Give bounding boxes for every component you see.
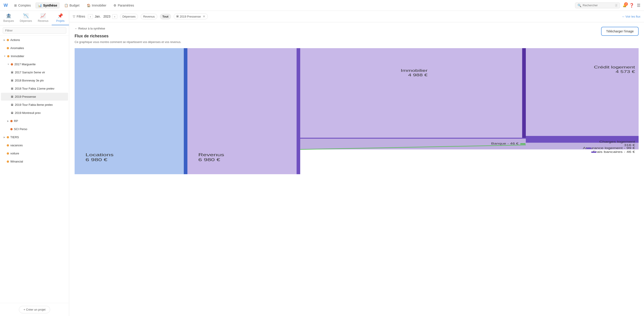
search-box[interactable]: 🔍 / bbox=[575, 3, 620, 8]
notifications-button[interactable]: 🔔 2 bbox=[623, 4, 626, 7]
search-shortcut: / bbox=[615, 4, 618, 7]
building-icon: 🏛 bbox=[11, 71, 14, 74]
svg-text:4 988 €: 4 988 € bbox=[408, 73, 428, 77]
back-link[interactable]: ← Retour à la synthèse bbox=[74, 27, 638, 30]
nav-parametres[interactable]: ⚙ Paramètres bbox=[111, 2, 136, 9]
download-button[interactable]: Télécharger l'image bbox=[601, 27, 638, 36]
expand-icon[interactable]: ▼ bbox=[4, 55, 6, 57]
building-icon: 🏛 bbox=[11, 103, 14, 106]
svg-text:Charges logement: Charges logement bbox=[599, 140, 635, 143]
sidebar-item-actions[interactable]: ▶ Actions ⋮ bbox=[1, 36, 68, 44]
nav-comptes[interactable]: ⊞ Comptes bbox=[12, 2, 34, 9]
nav-budget[interactable]: 📋 Budget bbox=[62, 2, 82, 9]
color-dot bbox=[7, 55, 10, 57]
sidebar-item-sarrazin[interactable]: 🏛 2017 Sarrazin 5eme vir ⋮ bbox=[1, 68, 68, 76]
expand-icon[interactable]: ▶ bbox=[4, 39, 6, 41]
period-nav: ‹ Jan. 2023 › bbox=[88, 14, 117, 19]
sidebar: 🏦 Banques 📉 Dépenses 📈 Revenus 📌 Projets bbox=[0, 11, 69, 316]
nav-synthese[interactable]: 📊 Synthèse bbox=[35, 2, 60, 9]
filter-bar: ▽ Filtres ‹ Jan. 2023 › Dépenses Revenus… bbox=[69, 11, 644, 22]
page-desc: Ce graphique vous montre comment se répa… bbox=[74, 40, 638, 44]
color-dot bbox=[10, 120, 12, 122]
svg-text:6 980 €: 6 980 € bbox=[86, 157, 108, 162]
chip-tout[interactable]: Tout bbox=[160, 14, 171, 19]
sankey-chart: Locations 6 980 € Revenus 6 980 € Immobi… bbox=[74, 48, 638, 174]
revenus-tab-icon: 📈 bbox=[40, 13, 46, 19]
comptes-icon: ⊞ bbox=[14, 4, 17, 7]
search-input[interactable] bbox=[583, 4, 614, 7]
svg-text:Locations: Locations bbox=[86, 152, 114, 157]
svg-text:Immobilier: Immobilier bbox=[401, 69, 428, 73]
color-dot bbox=[11, 63, 13, 66]
sidebar-item-rp[interactable]: ▶ RP ⋮ bbox=[1, 117, 68, 125]
search-icon: 🔍 bbox=[578, 4, 581, 7]
filter-input[interactable] bbox=[3, 27, 66, 34]
tab-revenus[interactable]: 📈 Revenus bbox=[34, 11, 52, 25]
svg-text:Revenus: Revenus bbox=[198, 152, 224, 157]
building-icon: 🏛 bbox=[11, 79, 14, 82]
sidebar-item-marguerite[interactable]: ▼ 2017 Marguerite ⋮ bbox=[1, 60, 68, 68]
sidebar-item-winancial[interactable]: Winancial ⋮ bbox=[1, 157, 68, 166]
sidebar-item-bonnevay[interactable]: 🏛 2018 Bonnevay 3e plv ⋮ bbox=[1, 77, 68, 84]
tab-projets[interactable]: 📌 Projets bbox=[52, 11, 69, 25]
chip-pressense[interactable]: 🏛 2019 Pressense ✕ bbox=[174, 14, 208, 19]
expand-icon[interactable]: ▶ bbox=[4, 136, 6, 138]
prev-period-button[interactable]: ‹ bbox=[88, 14, 93, 19]
sankey-svg: Locations 6 980 € Revenus 6 980 € Immobi… bbox=[74, 48, 638, 174]
svg-text:Banque - 46 €: Banque - 46 € bbox=[491, 142, 518, 145]
building-icon: 🏛 bbox=[11, 87, 14, 90]
color-dot bbox=[7, 144, 9, 146]
period-year: 2023 bbox=[103, 15, 110, 18]
sidebar-item-anomalies[interactable]: Anomalies ⋮ bbox=[1, 44, 68, 52]
next-period-button[interactable]: › bbox=[112, 14, 117, 19]
synthese-icon: 📊 bbox=[38, 4, 42, 7]
filter-label: ▽ Filtres bbox=[73, 15, 85, 18]
svg-rect-27 bbox=[591, 151, 596, 153]
sidebar-list: ▶ Actions ⋮ Anomalies ⋮ ▼ Immobilier ⋮ ▼ bbox=[0, 36, 69, 303]
svg-rect-5 bbox=[522, 48, 526, 138]
svg-rect-23 bbox=[520, 143, 526, 144]
sidebar-item-tour-fabia-2018[interactable]: 🏛 2018 Tour Fabia 11eme prelev ⋮ bbox=[1, 85, 68, 92]
svg-rect-6 bbox=[526, 48, 638, 136]
sidebar-item-voiture[interactable]: voiture ⋮ bbox=[1, 149, 68, 157]
immobilier-icon: 🏠 bbox=[87, 4, 90, 7]
chip-depenses[interactable]: Dépenses bbox=[120, 14, 138, 19]
color-dot bbox=[10, 128, 12, 130]
svg-rect-4 bbox=[300, 48, 526, 138]
expand-icon[interactable]: ▼ bbox=[7, 63, 10, 66]
sidebar-item-tiers[interactable]: ▶ TIERS ⋮ bbox=[1, 133, 68, 141]
banques-icon: 🏦 bbox=[6, 13, 12, 19]
building-icon: 🏛 bbox=[11, 111, 14, 115]
expand-icon[interactable]: ▶ bbox=[7, 120, 9, 122]
create-project: + Créer un projet bbox=[0, 303, 69, 316]
tab-depenses[interactable]: 📉 Dépenses bbox=[17, 11, 34, 25]
create-project-button[interactable]: + Créer un projet bbox=[19, 306, 50, 313]
notification-badge: 2 bbox=[624, 2, 628, 6]
filter-icon: ▽ bbox=[73, 15, 75, 18]
tab-banques[interactable]: 🏦 Banques bbox=[0, 11, 17, 25]
sidebar-item-tour-fabia-2019[interactable]: 🏛 2019 Tour Fabia 8eme prelev ⋮ bbox=[1, 101, 68, 109]
sidebar-item-vacances[interactable]: vacances ⋮ bbox=[1, 141, 68, 149]
menu-button[interactable]: ☰ bbox=[637, 3, 640, 8]
sidebar-item-montreuil[interactable]: 🏛 2019 Montreuil prev ⋮ bbox=[1, 109, 68, 117]
sidebar-item-pressense[interactable]: 🏛 2019 Pressense ⋮ bbox=[1, 93, 68, 101]
page-content: ← Retour à la synthèse Télécharger l'ima… bbox=[69, 22, 644, 316]
voir-flux-button[interactable]: ↔ Voir les flux bbox=[622, 15, 640, 18]
svg-rect-1 bbox=[184, 48, 188, 174]
color-dot bbox=[7, 152, 9, 155]
period-month: Jan. bbox=[95, 15, 101, 18]
budget-icon: 📋 bbox=[64, 4, 68, 7]
content-area: ▽ Filtres ‹ Jan. 2023 › Dépenses Revenus… bbox=[69, 11, 644, 316]
logo[interactable]: W bbox=[4, 3, 8, 8]
color-dot bbox=[7, 47, 9, 49]
sidebar-item-immobilier[interactable]: ▼ Immobilier ⋮ bbox=[1, 52, 68, 60]
chip-revenus[interactable]: Revenus bbox=[141, 14, 157, 19]
chip-remove-button[interactable]: ✕ bbox=[203, 15, 206, 18]
svg-text:Crédit logement: Crédit logement bbox=[594, 65, 635, 69]
color-dot bbox=[7, 161, 9, 163]
sidebar-item-sci[interactable]: SCI Perso ⋮ bbox=[1, 125, 68, 133]
svg-text:316 €: 316 € bbox=[624, 143, 635, 146]
help-button[interactable]: ❓ bbox=[629, 3, 634, 8]
sidebar-search[interactable] bbox=[0, 26, 69, 36]
nav-immobilier[interactable]: 🏠 Immobilier bbox=[84, 2, 109, 9]
